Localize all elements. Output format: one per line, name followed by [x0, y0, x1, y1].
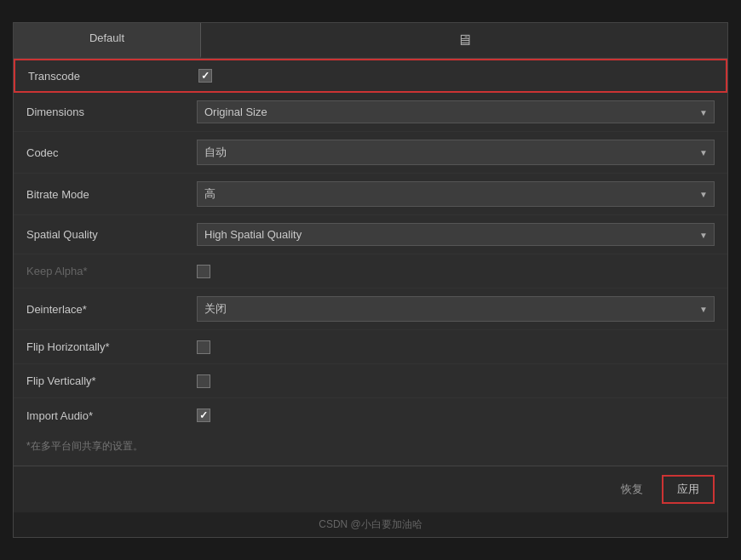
spatial-quality-dropdown-wrapper: High Spatial Quality: [197, 223, 715, 246]
dimensions-label: Dimensions: [26, 106, 197, 118]
transcode-checkbox[interactable]: [198, 69, 212, 83]
dimensions-dropdown-wrapper: Original Size: [197, 100, 715, 123]
flip-v-value: [197, 374, 715, 388]
import-audio-label: Import Audio*: [26, 409, 197, 422]
bitrate-mode-dropdown-wrapper: 高: [197, 181, 715, 207]
deinterlace-label: Deinterlace*: [26, 303, 197, 316]
flip-v-checkbox[interactable]: [197, 374, 210, 388]
keep-alpha-label: Keep Alpha*: [26, 265, 197, 277]
transcode-row: Transcode: [14, 59, 727, 93]
dimensions-row: Dimensions Original Size: [14, 93, 727, 132]
flip-h-row: Flip Horizontally*: [14, 330, 727, 364]
tab-monitor[interactable]: 🖥: [201, 23, 727, 58]
deinterlace-dropdown[interactable]: 关闭: [197, 296, 715, 322]
flip-h-checkbox[interactable]: [197, 340, 210, 354]
tab-default[interactable]: Default: [14, 23, 201, 58]
spatial-quality-dropdown[interactable]: High Spatial Quality: [197, 223, 715, 246]
bitrate-mode-label: Bitrate Mode: [26, 188, 197, 201]
keep-alpha-checkbox[interactable]: [197, 265, 210, 278]
flip-h-value: [197, 340, 715, 354]
import-audio-checkbox[interactable]: [197, 409, 210, 422]
settings-panel: Default 🖥 Transcode Dimensions Original …: [13, 22, 728, 538]
codec-row: Codec 自动: [14, 132, 727, 174]
import-audio-row: Import Audio*: [14, 398, 727, 432]
flip-h-label: Flip Horizontally*: [26, 340, 197, 353]
tab-default-label: Default: [89, 31, 124, 44]
apply-button[interactable]: 应用: [662, 475, 715, 504]
deinterlace-value: 关闭: [197, 296, 715, 322]
watermark: CSDN @小白要加油哈: [14, 512, 727, 537]
keep-alpha-row: Keep Alpha*: [14, 254, 727, 289]
monitor-icon: 🖥: [457, 31, 472, 49]
tab-header: Default 🖥: [14, 23, 727, 59]
footer: 恢复 应用: [14, 466, 727, 512]
bitrate-mode-row: Bitrate Mode 高: [14, 174, 727, 215]
footnote: *在多平台间共享的设置。: [14, 432, 727, 457]
spatial-quality-row: Spatial Quality High Spatial Quality: [14, 215, 727, 254]
codec-label: Codec: [26, 146, 197, 159]
spatial-quality-label: Spatial Quality: [26, 228, 197, 241]
spatial-quality-value: High Spatial Quality: [197, 223, 715, 246]
flip-v-label: Flip Vertically*: [26, 374, 197, 387]
restore-button[interactable]: 恢复: [611, 477, 653, 502]
codec-dropdown[interactable]: 自动: [197, 140, 715, 165]
flip-v-row: Flip Vertically*: [14, 364, 727, 398]
transcode-value: [198, 69, 713, 83]
keep-alpha-value: [197, 265, 715, 278]
dimensions-dropdown[interactable]: Original Size: [197, 100, 715, 123]
transcode-label: Transcode: [28, 70, 198, 83]
codec-dropdown-wrapper: 自动: [197, 140, 715, 165]
bitrate-mode-value: 高: [197, 181, 715, 207]
import-audio-value: [197, 409, 715, 422]
bitrate-mode-dropdown[interactable]: 高: [197, 181, 715, 207]
dimensions-value: Original Size: [197, 100, 715, 123]
settings-area: Transcode Dimensions Original Size Codec: [14, 59, 727, 432]
codec-value: 自动: [197, 140, 715, 165]
deinterlace-dropdown-wrapper: 关闭: [197, 296, 715, 322]
deinterlace-row: Deinterlace* 关闭: [14, 289, 727, 330]
